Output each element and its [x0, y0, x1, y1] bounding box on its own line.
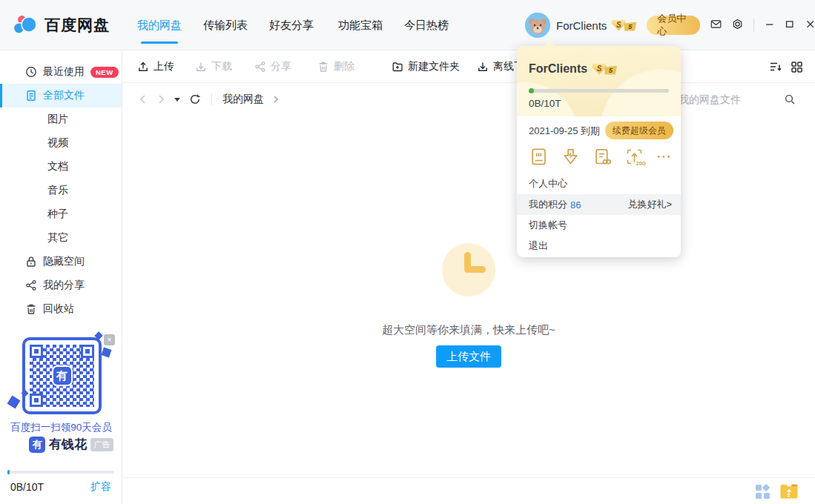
privilege-icons-row: 20G — [529, 147, 671, 167]
history-caret-icon[interactable] — [174, 98, 180, 102]
breadcrumb-divider — [211, 93, 212, 105]
speed-download-icon[interactable] — [561, 147, 581, 167]
renew-svip-button[interactable]: 续费超级会员 — [605, 122, 673, 139]
vip-expire-row: 2021-09-25 到期 续费超级会员 — [529, 122, 673, 140]
ad-close-icon[interactable]: × — [104, 334, 115, 345]
sidebar: 最近使用 NEW 全部文件 图片 视频 文档 音乐 种子 其它 隐藏空间 — [0, 50, 122, 504]
bottom-bar — [122, 477, 815, 504]
new-badge: NEW — [90, 67, 119, 78]
title-bar: 百度网盘 我的网盘 传输列表 好友分享 功能宝箱 今日热榜 — [0, 0, 815, 50]
vip-badges: S 5 — [611, 20, 636, 31]
main-content: 上传 下载 分享 删除 — [122, 50, 815, 504]
svip-badge-icon: S — [592, 64, 607, 75]
mail-icon[interactable] — [710, 19, 722, 32]
breadcrumb-root[interactable]: 我的网盘 — [222, 93, 264, 106]
tab-transfer-list[interactable]: 传输列表 — [203, 0, 248, 50]
vip-center-button[interactable]: 会员中心 — [647, 16, 700, 35]
youqianhua-logo: 有 — [29, 437, 45, 453]
sidebar-item-others[interactable]: 其它 — [0, 226, 122, 250]
close-button[interactable] — [805, 19, 815, 31]
tab-toolbox[interactable]: 功能宝箱 — [338, 0, 383, 50]
clock-icon — [25, 66, 37, 78]
delete-button[interactable]: 删除 — [317, 60, 354, 73]
tab-friend-share[interactable]: 好友分享 — [269, 0, 314, 50]
download-button[interactable]: 下载 — [195, 60, 232, 73]
new-folder-button[interactable]: 新建文件夹 — [392, 60, 460, 73]
settings-gear-icon[interactable] — [732, 19, 743, 32]
main-tabs: 我的网盘 传输列表 好友分享 功能宝箱 今日热榜 — [137, 0, 449, 50]
upload-icon — [137, 61, 149, 73]
file-list-icon — [25, 90, 37, 102]
menu-item-my-points[interactable]: 我的积分 86 兑换好礼> — [517, 194, 681, 215]
share-nodes-icon — [25, 279, 37, 291]
ad-brand-row: 有 有钱花 广告 — [0, 436, 122, 453]
user-name: ForClients — [556, 19, 607, 32]
svip-badge-icon: S — [611, 20, 626, 31]
back-icon[interactable] — [137, 93, 149, 105]
upload-file-button[interactable]: 上传文件 — [436, 345, 501, 368]
upload-button[interactable]: 上传 — [137, 60, 174, 73]
sort-order-icon[interactable] — [769, 50, 782, 83]
expand-storage-link[interactable]: 扩容 — [90, 480, 111, 494]
search-icon[interactable] — [784, 93, 796, 105]
minimize-button[interactable] — [765, 19, 774, 31]
trash-icon — [317, 61, 329, 73]
upload-20g-icon[interactable]: 20G — [624, 147, 644, 167]
toolbar: 上传 下载 分享 删除 — [122, 50, 815, 83]
sidebar-item-recycle-bin[interactable]: 回收站 — [0, 297, 122, 321]
widget-grid-icon[interactable] — [755, 484, 771, 500]
sidebar-item-my-shares[interactable]: 我的分享 — [0, 273, 122, 297]
ad-tag: 广告 — [90, 438, 113, 451]
points-value: 86 — [570, 199, 581, 210]
user-cluster: ForClients S 5 会员中心 — [525, 0, 815, 50]
avatar[interactable] — [525, 13, 550, 38]
breadcrumb-bar: 我的网盘 — [122, 83, 815, 116]
menu-item-personal-center[interactable]: 个人中心 — [517, 173, 681, 194]
refresh-icon[interactable] — [189, 93, 201, 105]
ad-qr-code: 有 — [22, 337, 102, 414]
share-icon — [254, 61, 266, 73]
upload-folder-icon[interactable] — [779, 483, 799, 500]
sidebar-item-music[interactable]: 音乐 — [0, 179, 122, 202]
app-logo: 百度网盘 — [12, 12, 110, 39]
panel-user-row: ForClients S 5 — [529, 62, 617, 76]
vip-expire-text: 2021-09-25 到期 — [529, 125, 600, 138]
sidebar-nav: 最近使用 NEW 全部文件 图片 视频 文档 音乐 种子 其它 隐藏空间 — [0, 50, 122, 321]
baidu-netdisk-logo-icon — [12, 12, 39, 39]
storage-card-icon[interactable] — [529, 147, 549, 167]
redeem-gifts-link[interactable]: 兑换好礼> — [627, 198, 672, 211]
storage-progress-bar — [7, 471, 114, 474]
unlimited-doc-icon[interactable] — [593, 147, 613, 167]
sidebar-item-hidden-space[interactable]: 隐藏空间 — [0, 250, 122, 273]
menu-item-switch-account[interactable]: 切换帐号 — [517, 215, 681, 236]
storage-usage: 0B/10T — [10, 481, 44, 493]
sidebar-item-documents[interactable]: 文档 — [0, 155, 122, 179]
sidebar-item-videos[interactable]: 视频 — [0, 131, 122, 155]
layout-grid-icon[interactable] — [791, 50, 803, 83]
panel-storage-progress — [529, 89, 669, 93]
upload-size-badge: 20G — [636, 161, 646, 166]
tab-hot-list[interactable]: 今日热榜 — [404, 0, 449, 50]
forward-icon[interactable] — [155, 93, 167, 105]
sidebar-item-all-files[interactable]: 全部文件 — [0, 84, 122, 107]
qr-center-logo: 有 — [52, 365, 73, 386]
tab-my-drive[interactable]: 我的网盘 — [137, 0, 182, 50]
share-button[interactable]: 分享 — [254, 60, 291, 73]
app-window: 百度网盘 我的网盘 传输列表 好友分享 功能宝箱 今日热榜 — [0, 0, 815, 504]
sidebar-item-recent[interactable]: 最近使用 NEW — [0, 60, 122, 84]
panel-vip-badges: S 5 — [592, 64, 617, 75]
more-privileges-icon[interactable] — [656, 147, 671, 167]
download-icon — [195, 61, 207, 73]
sidebar-item-pictures[interactable]: 图片 — [0, 107, 122, 131]
maximize-button[interactable] — [785, 19, 794, 31]
empty-state-clock-icon — [442, 243, 495, 296]
menu-item-logout[interactable]: 退出 — [517, 236, 681, 256]
panel-storage-usage: 0B/10T — [529, 98, 561, 109]
ad-caption: 百度扫一扫领90天会员 — [0, 421, 122, 434]
panel-menu: 个人中心 我的积分 86 兑换好礼> 切换帐号 退出 — [517, 173, 681, 256]
chevron-right-icon — [271, 95, 280, 104]
storage-row: 0B/10T 扩容 — [10, 480, 111, 494]
panel-user-name: ForClients — [529, 62, 587, 76]
qr-deco-cube — [7, 396, 21, 409]
sidebar-item-torrents[interactable]: 种子 — [0, 202, 122, 226]
